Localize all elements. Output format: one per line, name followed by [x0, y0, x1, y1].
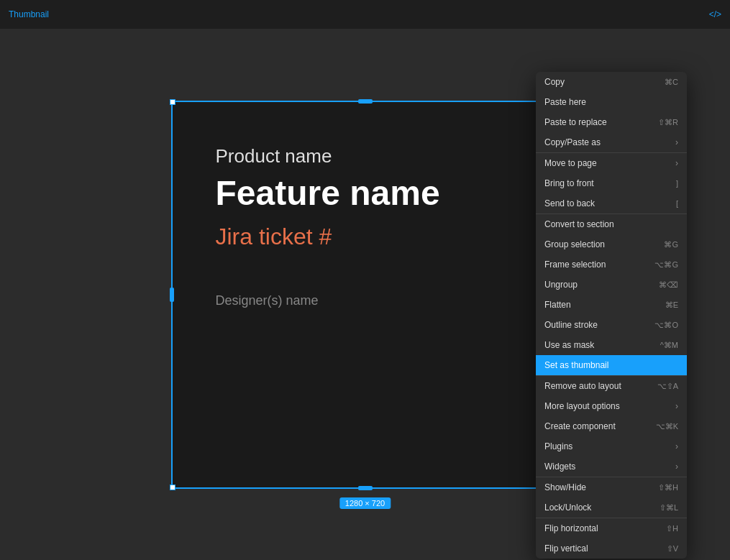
menu-section-1: Move to page›Bring to front]Send to back…	[536, 153, 687, 214]
canvas-area: Product name Feature name Jira ticket # …	[0, 29, 730, 560]
menu-item-0-0[interactable]: Copy⌘C	[536, 72, 687, 92]
menu-section-2: Convert to sectionGroup selection⌘GFrame…	[536, 214, 687, 376]
menu-item-label-4-1: Lock/Unlock	[544, 502, 591, 513]
menu-item-label-0-2: Paste to replace	[544, 117, 607, 127]
menu-section-5: Flip horizontal⇧HFlip vertical⇧V	[536, 518, 687, 559]
menu-shortcut-4-1: ⇧⌘L	[660, 503, 678, 513]
thumbnail-label: Thumbnail	[9, 9, 49, 19]
menu-item-2-4[interactable]: Flatten⌘E	[536, 295, 687, 315]
menu-item-3-2[interactable]: Create component⌥⌘K	[536, 416, 687, 436]
menu-item-3-1[interactable]: More layout options›	[536, 396, 687, 416]
menu-section-0: Copy⌘CPaste herePaste to replace⇧⌘RCopy/…	[536, 72, 687, 153]
menu-shortcut-2-2: ⌥⌘G	[654, 260, 678, 270]
submenu-arrow-icon: ›	[675, 401, 678, 411]
submenu-arrow-icon: ›	[675, 137, 678, 147]
menu-item-label-3-1: More layout options	[544, 401, 620, 411]
submenu-arrow-icon: ›	[675, 462, 678, 472]
menu-item-label-4-0: Show/Hide	[544, 482, 586, 492]
menu-item-label-0-1: Paste here	[544, 97, 586, 107]
handle-bottom-left[interactable]	[170, 485, 175, 490]
menu-item-label-2-0: Convert to section	[544, 219, 614, 229]
menu-shortcut-4-0: ⇧⌘H	[658, 483, 678, 492]
menu-item-1-0[interactable]: Move to page›	[536, 153, 687, 173]
menu-item-label-3-0: Remove auto layout	[544, 381, 621, 391]
menu-item-0-2[interactable]: Paste to replace⇧⌘R	[536, 112, 687, 132]
frame-size-label: 1280 × 720	[339, 497, 391, 509]
menu-item-3-4[interactable]: Widgets›	[536, 456, 687, 477]
menu-item-label-0-3: Copy/Paste as	[544, 137, 601, 147]
menu-item-2-3[interactable]: Ungroup⌘⌫	[536, 275, 687, 295]
code-icon[interactable]: </>	[709, 9, 721, 19]
menu-item-label-3-3: Plugins	[544, 441, 572, 451]
product-name-text: Product name	[216, 145, 515, 167]
menu-item-2-6[interactable]: Use as mask^⌘M	[536, 335, 687, 355]
submenu-arrow-icon: ›	[675, 158, 678, 168]
menu-shortcut-0-0: ⌘C	[665, 78, 678, 87]
feature-name-text: Feature name	[216, 175, 515, 213]
menu-item-3-0[interactable]: Remove auto layout⌥⇧A	[536, 376, 687, 396]
top-bar: Thumbnail </>	[0, 0, 730, 29]
jira-ticket-text: Jira ticket #	[216, 224, 515, 250]
menu-item-label-1-0: Move to page	[544, 158, 597, 168]
menu-shortcut-2-3: ⌘⌫	[659, 280, 678, 290]
menu-item-5-1[interactable]: Flip vertical⇧V	[536, 538, 687, 559]
design-frame[interactable]: Product name Feature name Jira ticket # …	[171, 101, 560, 489]
context-menu: Copy⌘CPaste herePaste to replace⇧⌘RCopy/…	[536, 72, 687, 559]
menu-shortcut-1-2: [	[676, 199, 678, 208]
menu-item-label-5-1: Flip vertical	[544, 543, 588, 554]
menu-item-2-7[interactable]: Set as thumbnail	[536, 355, 687, 375]
menu-shortcut-5-1: ⇧V	[667, 544, 678, 554]
menu-item-0-3[interactable]: Copy/Paste as›	[536, 132, 687, 152]
menu-item-label-2-2: Frame selection	[544, 260, 606, 270]
handle-mid-top[interactable]	[358, 99, 373, 104]
menu-item-label-2-1: Group selection	[544, 239, 605, 249]
menu-item-4-1[interactable]: Lock/Unlock⇧⌘L	[536, 497, 687, 518]
menu-shortcut-1-1: ]	[676, 179, 678, 188]
menu-item-label-1-2: Send to back	[544, 198, 595, 208]
menu-shortcut-0-2: ⇧⌘R	[658, 118, 678, 127]
menu-shortcut-2-5: ⌥⌘O	[654, 321, 678, 330]
menu-item-3-3[interactable]: Plugins›	[536, 436, 687, 456]
menu-item-label-2-7: Set as thumbnail	[544, 360, 608, 370]
menu-shortcut-2-1: ⌘G	[664, 240, 678, 249]
handle-mid-left[interactable]	[170, 288, 174, 302]
menu-item-label-3-2: Create component	[544, 421, 616, 431]
menu-shortcut-3-2: ⌥⌘K	[656, 422, 678, 431]
menu-shortcut-5-0: ⇧H	[666, 524, 678, 533]
handle-top-left[interactable]	[170, 99, 175, 105]
menu-item-5-0[interactable]: Flip horizontal⇧H	[536, 518, 687, 538]
menu-item-label-5-0: Flip horizontal	[544, 523, 598, 533]
menu-shortcut-2-6: ^⌘M	[660, 341, 678, 350]
menu-item-2-5[interactable]: Outline stroke⌥⌘O	[536, 315, 687, 335]
menu-item-2-0[interactable]: Convert to section	[536, 214, 687, 234]
menu-item-label-2-3: Ungroup	[544, 280, 578, 290]
frame-wrapper: Product name Feature name Jira ticket # …	[171, 101, 560, 489]
handle-mid-bottom[interactable]	[358, 486, 373, 490]
menu-item-0-1[interactable]: Paste here	[536, 92, 687, 112]
menu-item-1-1[interactable]: Bring to front]	[536, 173, 687, 193]
menu-shortcut-3-0: ⌥⇧A	[657, 382, 678, 391]
menu-item-label-1-1: Bring to front	[544, 178, 594, 188]
menu-item-2-1[interactable]: Group selection⌘G	[536, 234, 687, 254]
menu-section-4: Show/Hide⇧⌘HLock/Unlock⇧⌘L	[536, 477, 687, 518]
menu-item-4-0[interactable]: Show/Hide⇧⌘H	[536, 477, 687, 497]
menu-item-label-0-0: Copy	[544, 77, 565, 87]
menu-item-label-2-6: Use as mask	[544, 340, 594, 350]
menu-section-3: Remove auto layout⌥⇧AMore layout options…	[536, 376, 687, 477]
menu-shortcut-2-4: ⌘E	[665, 300, 678, 310]
submenu-arrow-icon: ›	[675, 441, 678, 451]
menu-item-label-3-4: Widgets	[544, 462, 575, 472]
menu-item-1-2[interactable]: Send to back[	[536, 193, 687, 214]
menu-item-label-2-5: Outline stroke	[544, 320, 598, 330]
menu-item-2-2[interactable]: Frame selection⌥⌘G	[536, 254, 687, 275]
menu-item-label-2-4: Flatten	[544, 300, 571, 310]
designer-name-text: Designer(s) name	[216, 293, 515, 308]
